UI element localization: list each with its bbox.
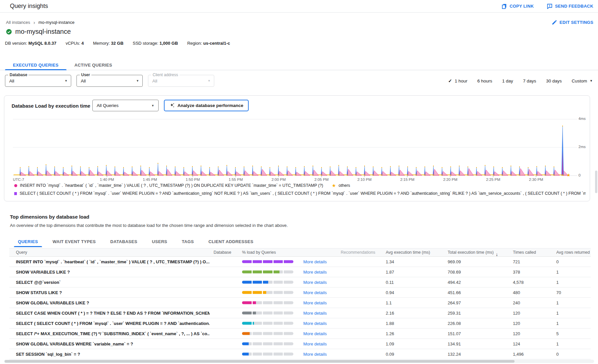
more-details-link[interactable]: More details xyxy=(303,341,327,346)
meta-value: 1,000 GB xyxy=(158,41,178,46)
avg-execution-time: 1.34 xyxy=(386,259,394,264)
analyze-database-performance-button[interactable]: Analyze database performance xyxy=(164,100,249,111)
send-feedback-button[interactable]: SEND FEEDBACK xyxy=(547,4,593,9)
load-bar-segment xyxy=(274,260,283,263)
table-row: SHOW GLOBAL VARIABLES LIKE ?More details… xyxy=(9,298,591,308)
load-bar-fill xyxy=(242,281,252,284)
dim-tab-users[interactable]: USERS xyxy=(145,236,174,247)
user-filter[interactable]: UserAll▼ xyxy=(76,75,143,87)
app-bar-actions: COPY LINK SEND FEEDBACK xyxy=(502,4,593,9)
times-called: 240 xyxy=(513,300,520,305)
col-recommendations[interactable]: Recommendations xyxy=(341,250,375,255)
query-cell[interactable]: INSERT INTO `mysql` . `heartbeat` ( `id`… xyxy=(16,259,210,264)
times-called: 4,578 xyxy=(513,280,524,285)
tab-executed-queries[interactable]: EXECUTED QUERIES xyxy=(5,60,67,70)
query-cell[interactable]: SELECT CASE WHEN COUNT ( * ) = ? THEN ? … xyxy=(16,311,210,316)
copy-link-button[interactable]: COPY LINK xyxy=(502,4,534,9)
total-execution-time: 151.07 xyxy=(448,331,461,336)
more-details-link[interactable]: More details xyxy=(303,270,327,275)
legend-item-select-iam-users: SELECT ( SELECT COUNT ( * ) FROM `mysql`… xyxy=(14,191,586,196)
x-axis-label: 2:00 PM xyxy=(272,178,286,182)
load-bar xyxy=(242,312,293,315)
pencil-icon xyxy=(552,20,557,25)
query-cell[interactable]: SELECT ( SELECT COUNT ( * ) FROM `mysql`… xyxy=(16,321,210,326)
horizontal-scrollbar[interactable] xyxy=(4,360,594,363)
query-cell[interactable]: SELECT /*+ MAX_EXECUTION_TIME (?) */ `SU… xyxy=(16,331,210,336)
load-bar-segment xyxy=(242,322,252,325)
total-execution-time: 264.97 xyxy=(448,300,461,305)
time-range-1-day[interactable]: 1 day xyxy=(502,78,513,83)
more-details-link[interactable]: More details xyxy=(303,259,327,264)
col-query: Query xyxy=(16,250,27,255)
time-range-1-hour[interactable]: ✓1 hour xyxy=(448,78,467,83)
edit-settings-label: EDIT SETTINGS xyxy=(560,20,593,25)
query-cell[interactable]: SHOW GLOBAL VARIABLES WHERE `variable_na… xyxy=(16,341,133,346)
tab-active-queries[interactable]: ACTIVE QUERIES xyxy=(67,60,120,70)
col-avg-execution-time-ms[interactable]: Avg execution time (ms) xyxy=(386,250,430,255)
database-filter[interactable]: DatabaseAll▼ xyxy=(5,75,71,87)
more-details-link[interactable]: More details xyxy=(303,352,327,357)
query-cell[interactable]: SHOW VARIABLES LIKE ? xyxy=(16,270,70,275)
horizontal-scrollbar-thumb[interactable] xyxy=(5,360,515,363)
load-bar-segment xyxy=(253,322,262,325)
query-cell[interactable]: SET SESSION `sql_log_bin` = ? xyxy=(16,352,80,357)
time-range-7-days[interactable]: 7 days xyxy=(523,78,536,83)
dim-tab-databases[interactable]: DATABASES xyxy=(103,236,145,247)
x-axis-label: 1:40 PM xyxy=(100,178,114,182)
load-bar-fill xyxy=(253,271,262,274)
times-called: 120 xyxy=(513,311,520,316)
more-details-link[interactable]: More details xyxy=(303,311,327,316)
col-total-execution-time-ms[interactable]: Total execution time (ms)↓ xyxy=(448,250,494,255)
filter-label: Database xyxy=(8,73,28,77)
table-row: SELECT CASE WHEN COUNT ( * ) = ? THEN ? … xyxy=(9,308,591,318)
table-row: SHOW VARIABLES LIKE ?More details1.87708… xyxy=(9,267,591,277)
dim-tab-queries[interactable]: QUERIES xyxy=(11,236,45,247)
time-range-custom[interactable]: Custom▼ xyxy=(572,78,593,83)
avg-rows-returned: 1 xyxy=(556,341,559,346)
dim-tab-tags[interactable]: TAGS xyxy=(174,236,201,247)
more-details-link[interactable]: More details xyxy=(303,300,327,305)
more-details-link[interactable]: More details xyxy=(303,290,327,295)
avg-rows-returned: 1 xyxy=(556,300,559,305)
table-row: SHOW GLOBAL VARIABLES WHERE `variable_na… xyxy=(9,339,591,349)
col-load-by-queries[interactable]: % load by Queries xyxy=(242,250,276,255)
x-axis-labels: UTC-71:40 PM1:45 PM1:50 PM1:55 PM2:00 PM… xyxy=(13,178,579,182)
meta-label: Memory: xyxy=(93,41,110,46)
load-bar xyxy=(242,332,293,335)
load-bar xyxy=(242,271,293,274)
query-cell[interactable]: SHOW STATUS LIKE ? xyxy=(16,290,62,295)
legend-label: INSERT INTO `mysql` . `heartbeat` ( `id`… xyxy=(20,183,323,188)
x-axis-label: 2:25 PM xyxy=(486,178,500,182)
chart-title: Database Load by execution time xyxy=(12,103,90,109)
query-scope-select[interactable]: All Queries ▼ xyxy=(92,100,159,111)
breadcrumb-all-instances[interactable]: All instances xyxy=(6,20,30,25)
vertical-scrollbar-thumb[interactable] xyxy=(595,171,597,193)
query-cell[interactable]: SELECT @@`version` xyxy=(16,280,61,285)
sort-descending-icon[interactable]: ↓ xyxy=(496,252,498,257)
col-avg-rows-returned[interactable]: Avg rows returned xyxy=(556,250,590,255)
legend-square-icon xyxy=(14,192,17,195)
time-range-30-days[interactable]: 30 days xyxy=(546,78,562,83)
load-bar-fill xyxy=(274,271,280,274)
load-bar-segment xyxy=(253,353,262,356)
dim-tab-wait-event-types[interactable]: WAIT EVENT TYPES xyxy=(45,236,103,247)
load-bar-fill xyxy=(253,301,256,304)
avg-rows-returned: 0 xyxy=(556,352,559,357)
load-bar-fill xyxy=(263,281,268,284)
col-database: Database xyxy=(214,250,231,255)
load-bar-segment xyxy=(253,312,262,315)
col-times-called[interactable]: Times called xyxy=(513,250,536,255)
time-range-6-hours[interactable]: 6 hours xyxy=(477,78,492,83)
load-bar-segment xyxy=(242,342,252,345)
more-details-link[interactable]: More details xyxy=(303,280,327,285)
dim-tab-client-addresses[interactable]: CLIENT ADDRESSES xyxy=(201,236,261,247)
load-bar-segment xyxy=(263,271,273,274)
edit-settings-button[interactable]: EDIT SETTINGS xyxy=(552,20,593,25)
dropdown-arrow-icon: ▼ xyxy=(151,104,154,107)
avg-execution-time: 1.87 xyxy=(386,270,394,275)
more-details-link[interactable]: More details xyxy=(303,331,327,336)
times-called: 378 xyxy=(513,270,520,275)
more-details-link[interactable]: More details xyxy=(303,321,327,326)
query-cell[interactable]: SHOW GLOBAL VARIABLES LIKE ? xyxy=(16,300,89,305)
load-bar xyxy=(242,281,293,284)
